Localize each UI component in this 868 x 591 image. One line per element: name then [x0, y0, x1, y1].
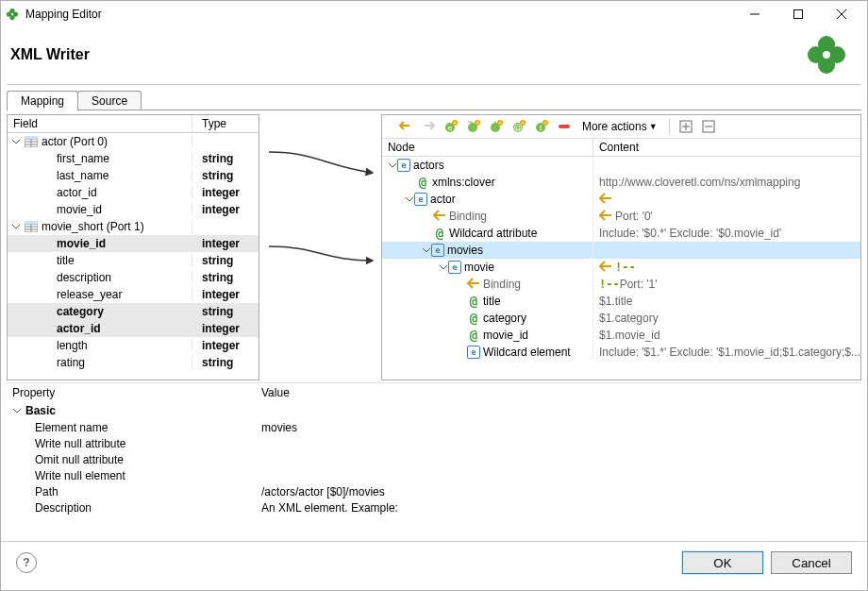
field-row[interactable]: actor_idinteger	[8, 184, 259, 201]
fields-header-type[interactable]: Type	[192, 115, 232, 132]
field-row[interactable]: titlestring	[8, 252, 259, 269]
node-label: category	[483, 312, 526, 325]
remove-icon[interactable]	[556, 118, 573, 135]
node-content[interactable]: http://www.cloveretl.com/ns/xmlmapping	[593, 176, 860, 189]
add-element-icon[interactable]: e+	[442, 118, 459, 135]
property-row[interactable]: Element namemovies	[7, 419, 861, 435]
field-row[interactable]: actor_idinteger	[8, 320, 259, 337]
field-row[interactable]: last_namestring	[8, 167, 259, 184]
svg-text:+: +	[476, 120, 479, 127]
add-sibling-element-icon[interactable]: +	[488, 118, 505, 135]
attribute-badge: @	[416, 176, 429, 189]
header-divider	[7, 84, 861, 85]
tree-row[interactable]: @Wildcard attributeInclude: '$0.*' Exclu…	[382, 225, 860, 242]
port-row[interactable]: movie_short (Port 1)	[8, 218, 259, 235]
field-row[interactable]: movie_idinteger	[8, 201, 259, 218]
undo-icon[interactable]	[397, 118, 414, 135]
more-actions-button[interactable]: More actions ▼	[578, 118, 661, 135]
tree-row[interactable]: @category$1.category	[382, 310, 860, 327]
chevron-down-icon[interactable]	[11, 137, 21, 146]
node-content[interactable]: Include: '$1.*' Exclude: '$1.movie_id;$1…	[593, 346, 860, 359]
collapse-all-icon[interactable]	[700, 118, 717, 135]
property-row[interactable]: Path/actors/actor [$0]/movies	[7, 483, 861, 499]
minimize-button[interactable]	[733, 1, 776, 27]
binding-icon	[433, 210, 446, 224]
svg-rect-5	[794, 10, 803, 19]
node-content[interactable]: !--	[593, 261, 860, 275]
add-attribute-icon[interactable]: @+	[510, 118, 527, 135]
node-content[interactable]: $1.movie_id	[593, 329, 860, 342]
chevron-down-icon[interactable]	[405, 194, 414, 204]
expand-all-icon[interactable]	[677, 118, 694, 135]
tree-row[interactable]: @xmlns:cloverhttp://www.cloveretl.com/ns…	[382, 174, 860, 191]
node-content[interactable]: $1.title	[593, 295, 860, 308]
tab-source[interactable]: Source	[77, 91, 142, 110]
add-text-icon[interactable]: t+	[533, 118, 550, 135]
property-value[interactable]: movies	[256, 421, 861, 434]
field-row[interactable]: lengthinteger	[8, 337, 259, 354]
field-row[interactable]: categorystring	[8, 303, 259, 320]
svg-text:+: +	[521, 120, 525, 127]
property-value[interactable]: /actors/actor [$0]/movies	[256, 485, 861, 498]
tree-row[interactable]: emovie!--	[382, 259, 860, 276]
fields-panel: Field Type actor (Port 0)first_namestrin…	[7, 114, 259, 380]
field-row[interactable]: release_yearinteger	[8, 286, 259, 303]
field-row[interactable]: descriptionstring	[8, 269, 259, 286]
mapping-connectors	[259, 114, 381, 380]
node-label: Wildcard attribute	[449, 227, 537, 240]
tree-row[interactable]: Binding!-- Port: '1'	[382, 276, 860, 293]
maximize-button[interactable]	[776, 1, 820, 27]
properties-header-property[interactable]: Property	[7, 383, 256, 402]
fields-header-field[interactable]: Field	[8, 115, 192, 132]
tree-row[interactable]: emovies	[382, 242, 860, 259]
field-row[interactable]: movie_idinteger	[8, 235, 259, 252]
field-row[interactable]: ratingstring	[8, 354, 259, 371]
property-row[interactable]: Omit null attribute	[7, 451, 861, 467]
svg-text:+: +	[543, 120, 547, 127]
tab-mapping[interactable]: Mapping	[7, 91, 78, 111]
node-content[interactable]	[593, 193, 860, 207]
tree-row[interactable]: eactor	[382, 191, 860, 208]
binding-icon	[467, 278, 480, 292]
property-row[interactable]: Write null element	[7, 467, 861, 483]
property-value[interactable]: An XML element. Example:	[256, 501, 861, 515]
node-label: xmlns:clover	[432, 176, 495, 189]
node-content[interactable]: Port: '0'	[593, 210, 860, 224]
close-button[interactable]	[820, 1, 863, 27]
chevron-down-icon[interactable]	[388, 160, 397, 170]
help-button[interactable]: ?	[16, 552, 37, 573]
property-row[interactable]: DescriptionAn XML element. Example:	[7, 499, 861, 515]
node-content[interactable]: $1.category	[593, 312, 860, 325]
binding-icon	[599, 261, 612, 275]
tree-header-content[interactable]: Content	[593, 139, 860, 156]
tree-row[interactable]: @movie_id$1.movie_id	[382, 327, 860, 344]
tree-row[interactable]: @title$1.title	[382, 293, 860, 310]
tree-row[interactable]: eactors	[382, 157, 860, 174]
property-group[interactable]: Basic	[7, 402, 861, 419]
property-name: Omit null attribute	[7, 453, 256, 466]
field-row[interactable]: first_namestring	[8, 150, 259, 167]
redo-icon[interactable]	[420, 118, 437, 135]
node-tree-panel: e+ + + @+ t+ More actions ▼ Node Content…	[381, 114, 861, 380]
properties-header-value[interactable]: Value	[256, 383, 295, 402]
tree-row[interactable]: BindingPort: '0'	[382, 208, 860, 225]
chevron-down-icon[interactable]	[12, 406, 22, 415]
chevron-down-icon[interactable]	[422, 245, 431, 255]
ok-button[interactable]: OK	[682, 551, 763, 574]
svg-point-3	[9, 15, 14, 20]
node-label: movie_id	[483, 329, 528, 342]
cancel-button[interactable]: Cancel	[771, 551, 852, 574]
attribute-badge: @	[467, 295, 480, 308]
port-row[interactable]: actor (Port 0)	[8, 133, 259, 150]
tree-header-node[interactable]: Node	[382, 139, 593, 156]
window-title: Mapping Editor	[25, 8, 102, 21]
chevron-down-icon[interactable]	[11, 222, 21, 231]
property-row[interactable]: Write null attribute	[7, 435, 861, 451]
property-name: Write null element	[7, 469, 256, 482]
tree-row[interactable]: eWildcard elementInclude: '$1.*' Exclude…	[382, 344, 860, 361]
node-label: title	[483, 295, 501, 308]
node-content[interactable]: !-- Port: '1'	[593, 278, 860, 291]
chevron-down-icon[interactable]	[439, 262, 448, 272]
node-content[interactable]: Include: '$0.*' Exclude: '$0.movie_id'	[593, 227, 860, 240]
add-child-element-icon[interactable]: +	[465, 118, 482, 135]
